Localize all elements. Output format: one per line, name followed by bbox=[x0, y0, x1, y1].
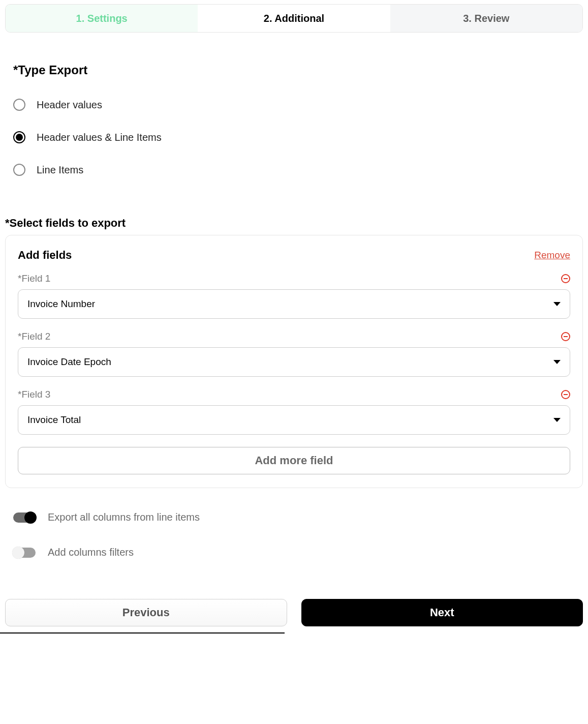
bottom-divider bbox=[0, 632, 285, 634]
field-1-label: *Field 1 bbox=[18, 273, 50, 284]
field-block-3: *Field 3 Invoice Total bbox=[18, 389, 570, 435]
field-1-select[interactable]: Invoice Number bbox=[18, 289, 570, 319]
remove-field-icon[interactable] bbox=[561, 332, 570, 341]
field-block-1: *Field 1 Invoice Number bbox=[18, 273, 570, 319]
toggle-add-filters[interactable] bbox=[13, 548, 36, 558]
add-more-field-button[interactable]: Add more field bbox=[18, 447, 570, 474]
radio-header-line-items[interactable]: Header values & Line Items bbox=[13, 121, 588, 154]
toggle-export-all[interactable] bbox=[13, 512, 36, 523]
next-button-label: Next bbox=[430, 606, 454, 619]
radio-header-line-items-label: Header values & Line Items bbox=[37, 132, 162, 143]
previous-button[interactable]: Previous bbox=[5, 599, 287, 626]
radio-header-values-label: Header values bbox=[37, 99, 102, 111]
previous-button-label: Previous bbox=[122, 606, 170, 619]
radio-icon bbox=[13, 99, 25, 111]
toggle-export-all-label: Export all columns from line items bbox=[48, 511, 200, 523]
remove-all-link[interactable]: Remove bbox=[534, 250, 570, 261]
field-2-select[interactable]: Invoice Date Epoch bbox=[18, 347, 570, 377]
toggle-add-filters-label: Add columns filters bbox=[48, 547, 134, 558]
tab-review-label: 3. Review bbox=[463, 13, 509, 24]
field-3-value: Invoice Total bbox=[27, 414, 81, 426]
tab-additional[interactable]: 2. Additional bbox=[198, 5, 390, 32]
field-3-select[interactable]: Invoice Total bbox=[18, 405, 570, 435]
add-more-field-label: Add more field bbox=[255, 454, 333, 467]
chevron-down-icon bbox=[553, 360, 561, 364]
radio-header-values[interactable]: Header values bbox=[13, 88, 588, 121]
field-3-label: *Field 3 bbox=[18, 389, 50, 400]
field-2-label: *Field 2 bbox=[18, 331, 50, 342]
radio-line-items[interactable]: Line Items bbox=[13, 154, 588, 186]
tab-settings[interactable]: 1. Settings bbox=[6, 5, 198, 32]
field-1-value: Invoice Number bbox=[27, 298, 95, 310]
footer-bar: Previous Next bbox=[5, 599, 583, 626]
chevron-down-icon bbox=[553, 418, 561, 422]
radio-line-items-label: Line Items bbox=[37, 164, 83, 176]
type-export-title: *Type Export bbox=[13, 63, 588, 77]
remove-field-icon[interactable] bbox=[561, 390, 570, 399]
fields-panel: Add fields Remove *Field 1 Invoice Numbe… bbox=[5, 235, 583, 488]
radio-icon bbox=[13, 164, 25, 176]
tab-review[interactable]: 3. Review bbox=[390, 5, 582, 32]
field-block-2: *Field 2 Invoice Date Epoch bbox=[18, 331, 570, 377]
wizard-stepper: 1. Settings 2. Additional 3. Review bbox=[5, 4, 583, 33]
remove-field-icon[interactable] bbox=[561, 274, 570, 283]
select-fields-title: *Select fields to export bbox=[5, 217, 588, 230]
type-export-radios: Header values Header values & Line Items… bbox=[13, 88, 588, 186]
toggle-export-all-row: Export all columns from line items bbox=[13, 511, 588, 523]
tab-additional-label: 2. Additional bbox=[264, 13, 324, 24]
tab-settings-label: 1. Settings bbox=[76, 13, 128, 24]
field-2-value: Invoice Date Epoch bbox=[27, 356, 111, 368]
next-button[interactable]: Next bbox=[301, 599, 583, 626]
add-fields-heading: Add fields bbox=[18, 249, 72, 262]
chevron-down-icon bbox=[553, 302, 561, 306]
toggle-add-filters-row: Add columns filters bbox=[13, 547, 588, 558]
radio-icon bbox=[13, 131, 25, 143]
